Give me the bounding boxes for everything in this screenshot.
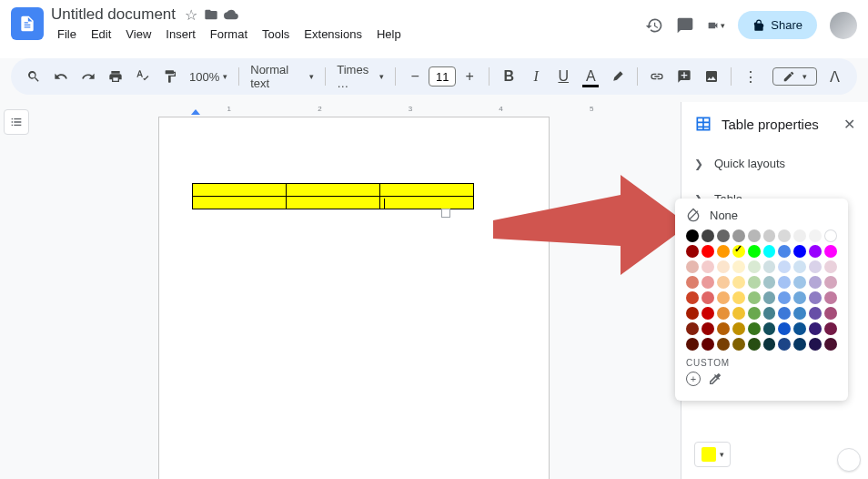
color-swatch[interactable]: [732, 307, 745, 320]
more-icon[interactable]: ⋮: [739, 65, 762, 88]
color-swatch[interactable]: [793, 322, 806, 335]
move-icon[interactable]: [203, 6, 219, 23]
color-swatch[interactable]: [763, 338, 776, 351]
table-row[interactable]: [193, 184, 474, 197]
color-swatch[interactable]: [793, 245, 806, 258]
color-swatch[interactable]: [748, 245, 761, 258]
color-swatch[interactable]: [701, 291, 714, 304]
color-swatch[interactable]: [732, 245, 745, 258]
menu-insert[interactable]: Insert: [159, 25, 202, 43]
color-swatch[interactable]: [717, 245, 730, 258]
color-swatch[interactable]: [732, 338, 745, 351]
color-swatch[interactable]: [686, 291, 699, 304]
color-swatch[interactable]: [809, 245, 822, 258]
color-swatch[interactable]: [686, 276, 699, 289]
add-comment-icon[interactable]: [672, 65, 696, 88]
help-fab[interactable]: [837, 448, 861, 472]
color-swatch[interactable]: [748, 276, 761, 289]
color-swatch[interactable]: [748, 260, 761, 273]
paint-format-icon[interactable]: [158, 65, 182, 88]
underline-button[interactable]: U: [551, 65, 575, 88]
color-swatch[interactable]: [793, 338, 806, 351]
color-swatch[interactable]: [793, 229, 806, 242]
color-swatch[interactable]: [717, 276, 730, 289]
italic-button[interactable]: I: [524, 65, 548, 88]
color-swatch[interactable]: [748, 229, 761, 242]
color-swatch[interactable]: [686, 322, 699, 335]
color-swatch[interactable]: [763, 276, 776, 289]
collapse-toolbar-icon[interactable]: ᐱ: [823, 65, 846, 88]
color-swatch[interactable]: [809, 338, 822, 351]
color-swatch[interactable]: [763, 307, 776, 320]
color-swatch[interactable]: [748, 338, 761, 351]
editing-mode-button[interactable]: ▾: [772, 67, 817, 86]
color-swatch[interactable]: [717, 307, 730, 320]
color-swatch[interactable]: [809, 307, 822, 320]
color-swatch[interactable]: [717, 260, 730, 273]
color-swatch[interactable]: [732, 291, 745, 304]
document-title[interactable]: Untitled document: [51, 5, 176, 24]
zoom-select[interactable]: 100%▾: [186, 70, 231, 84]
close-icon[interactable]: ✕: [843, 116, 855, 133]
color-swatch[interactable]: [763, 260, 776, 273]
share-button[interactable]: Share: [738, 11, 817, 39]
menu-file[interactable]: File: [51, 25, 83, 43]
redo-icon[interactable]: [76, 65, 100, 88]
font-select[interactable]: Times …▾: [333, 63, 388, 90]
color-swatch[interactable]: [732, 229, 745, 242]
color-swatch[interactable]: [686, 245, 699, 258]
menu-format[interactable]: Format: [204, 25, 254, 43]
cell-bg-color-button[interactable]: ▾: [694, 442, 731, 467]
history-icon[interactable]: [645, 16, 663, 35]
color-swatch[interactable]: [793, 260, 806, 273]
color-swatch[interactable]: [824, 307, 837, 320]
undo-icon[interactable]: [49, 65, 73, 88]
print-icon[interactable]: [104, 65, 127, 88]
cloud-status-icon[interactable]: [223, 6, 239, 23]
color-swatch[interactable]: [778, 307, 791, 320]
color-swatch[interactable]: [701, 276, 714, 289]
color-swatch[interactable]: [809, 322, 822, 335]
color-swatch[interactable]: [717, 322, 730, 335]
comment-icon[interactable]: [676, 16, 694, 35]
color-swatch[interactable]: [686, 260, 699, 273]
color-swatch[interactable]: [732, 322, 745, 335]
color-none-option[interactable]: None: [686, 208, 837, 229]
meet-icon[interactable]: ▾: [707, 16, 725, 35]
active-cell[interactable]: [380, 197, 474, 209]
eyedropper-icon[interactable]: [708, 372, 722, 390]
color-swatch[interactable]: [732, 276, 745, 289]
font-size-value[interactable]: 11: [429, 66, 456, 87]
font-size-decrease[interactable]: −: [403, 65, 427, 88]
color-swatch[interactable]: [778, 229, 791, 242]
insert-link-icon[interactable]: [645, 65, 669, 88]
color-swatch[interactable]: [824, 260, 837, 273]
docs-logo[interactable]: [11, 7, 44, 40]
spellcheck-icon[interactable]: [131, 65, 155, 88]
document-table[interactable]: [192, 183, 474, 209]
bold-button[interactable]: B: [497, 65, 520, 88]
color-swatch[interactable]: [809, 291, 822, 304]
color-swatch[interactable]: [809, 276, 822, 289]
color-swatch[interactable]: [778, 322, 791, 335]
color-swatch[interactable]: [763, 229, 776, 242]
color-swatch[interactable]: [824, 276, 837, 289]
text-color-button[interactable]: A: [579, 65, 602, 88]
color-swatch[interactable]: [717, 291, 730, 304]
insert-image-icon[interactable]: [700, 65, 723, 88]
color-swatch[interactable]: [701, 245, 714, 258]
highlight-button[interactable]: [606, 65, 630, 88]
menu-view[interactable]: View: [119, 25, 157, 43]
color-swatch[interactable]: [686, 229, 699, 242]
color-swatch[interactable]: [778, 260, 791, 273]
color-swatch[interactable]: [686, 338, 699, 351]
color-swatch[interactable]: [717, 229, 730, 242]
color-swatch[interactable]: [824, 229, 837, 242]
color-swatch[interactable]: [793, 291, 806, 304]
color-swatch[interactable]: [824, 338, 837, 351]
search-icon[interactable]: [22, 65, 45, 88]
document-page[interactable]: [158, 117, 550, 479]
star-icon[interactable]: ☆: [183, 6, 199, 23]
color-swatch[interactable]: [824, 245, 837, 258]
avatar[interactable]: [830, 12, 857, 39]
